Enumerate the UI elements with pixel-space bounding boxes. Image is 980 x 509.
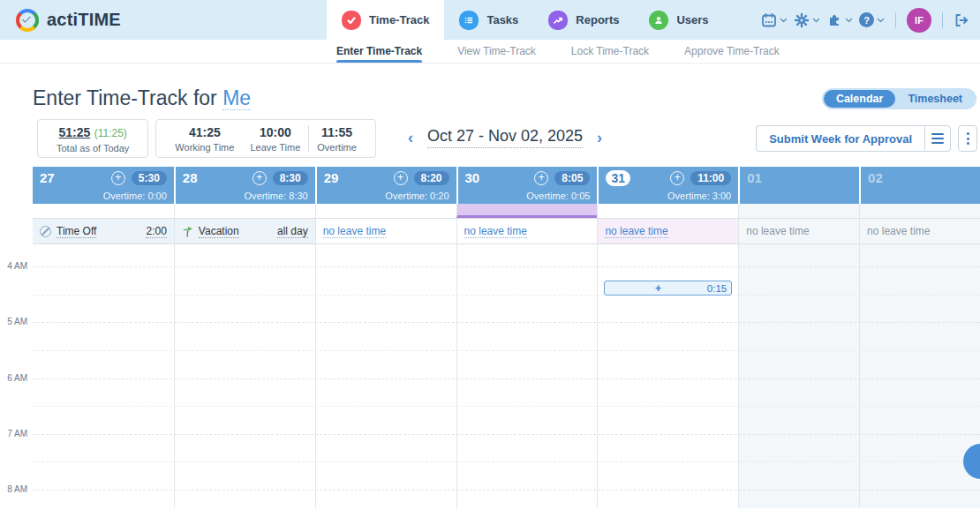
subnav-approve-time-track[interactable]: Approve Time-Track [684, 40, 780, 63]
gear-icon [794, 12, 810, 28]
overtime-label: Overtime: [245, 191, 287, 201]
leave-value-link[interactable]: all day [277, 225, 308, 238]
tab-reports[interactable]: Reports [533, 0, 634, 40]
day-body[interactable] [33, 244, 174, 508]
leave-row-highlighted: no leave time [597, 218, 738, 244]
day-column-01: 01 no leave time [738, 167, 859, 508]
leave-value-link[interactable]: 2:00 [146, 225, 166, 238]
entry-duration: 0:15 [707, 283, 727, 294]
leave-row: no leave time [456, 218, 598, 244]
app-window: actiTIME Time-Track Tasks Reports [0, 0, 980, 509]
main-nav: Time-Track Tasks Reports Users [327, 0, 724, 40]
day-column-28: 28 + 8:30 Overtime: 8:30 Vacation all da… [174, 167, 315, 508]
subnav-lock-time-track[interactable]: Lock Time-Track [571, 40, 649, 63]
settings-menu-button[interactable] [794, 12, 820, 28]
tab-users[interactable]: Users [634, 0, 723, 40]
day-number: 02 [868, 170, 883, 185]
toolbar-divider [942, 12, 943, 28]
day-body[interactable]: + 0:15 [597, 244, 738, 508]
time-entry-block[interactable]: + 0:15 [604, 281, 732, 296]
leave-type-link[interactable]: Time Off [57, 225, 96, 238]
leave-time-value: 10:00 [250, 125, 300, 139]
add-time-icon[interactable]: + [534, 171, 548, 185]
tab-tasks[interactable]: Tasks [444, 0, 533, 40]
day-body[interactable] [738, 244, 859, 508]
calendar-week-view: 4 AM 5 AM 6 AM 7 AM 8 AM 27 + 5:30 Overt… [0, 167, 980, 508]
help-menu-button[interactable]: ? [859, 12, 885, 27]
palm-tree-icon [182, 226, 193, 237]
allday-band [33, 204, 174, 218]
allday-event-band[interactable] [456, 204, 598, 218]
day-total-badge[interactable]: 8:30 [273, 171, 308, 185]
day-total-badge[interactable]: 8:05 [554, 171, 590, 185]
sub-nav: Enter Time-Track View Time-Track Lock Ti… [0, 40, 980, 64]
task-list-icon [459, 11, 479, 30]
person-selector-link[interactable]: Me [222, 86, 251, 110]
no-leave-time-link[interactable]: no leave time [323, 225, 386, 238]
view-toggle: Calendar Timesheet [822, 88, 976, 109]
leave-row: no leave time [859, 218, 980, 244]
add-time-icon[interactable]: + [394, 171, 408, 185]
day-body[interactable] [456, 244, 598, 508]
calendar-menu-button[interactable] [761, 12, 788, 28]
logout-button[interactable] [954, 12, 969, 28]
next-week-button[interactable]: › [597, 130, 602, 146]
tab-time-track[interactable]: Time-Track [327, 0, 444, 40]
time-axis: 4 AM 5 AM 6 AM 7 AM 8 AM [0, 167, 33, 508]
overtime-value: 0:20 [430, 191, 449, 201]
add-time-icon[interactable]: + [111, 171, 125, 185]
prev-week-button[interactable]: ‹ [408, 130, 413, 146]
day-total-badge[interactable]: 11:00 [690, 171, 731, 185]
day-header: 28 + 8:30 Overtime: 8:30 [174, 167, 315, 204]
overtime-label: Overtime [317, 142, 357, 153]
summary-panel: 51:25 (11:25) Total as of Today 41:25 Wo… [37, 119, 376, 158]
week-actions: Submit Week for Approval [756, 125, 977, 152]
avatar[interactable]: IF [907, 8, 931, 33]
day-body[interactable] [859, 244, 980, 508]
subnav-enter-time-track[interactable]: Enter Time-Track [336, 40, 422, 63]
time-off-icon [40, 226, 51, 237]
working-time-value: 41:25 [175, 125, 234, 139]
day-body[interactable] [315, 244, 456, 508]
total-value[interactable]: 51:25 [58, 125, 90, 139]
hour-label: 7 AM [1, 429, 27, 438]
chevron-down-icon [812, 18, 820, 23]
overtime-value: 0:00 [147, 191, 166, 201]
add-icon: + [609, 283, 706, 294]
hour-label: 6 AM [1, 373, 27, 383]
logout-icon [954, 12, 969, 28]
week-range[interactable]: Oct 27 - Nov 02, 2025 [427, 127, 583, 148]
subnav-view-time-track[interactable]: View Time-Track [457, 40, 536, 63]
no-leave-time-text: no leave time [867, 225, 930, 237]
day-body[interactable] [174, 244, 315, 508]
integrations-menu-button[interactable] [826, 12, 853, 28]
toggle-calendar[interactable]: Calendar [824, 90, 896, 108]
day-total-badge[interactable]: 5:30 [132, 171, 167, 185]
submit-week-button[interactable]: Submit Week for Approval [756, 125, 924, 152]
tab-label: Users [676, 13, 708, 26]
hour-label: 8 AM [1, 484, 27, 494]
day-column-29: 29 + 8:20 Overtime: 0:20 no leave time [315, 167, 456, 508]
overtime-label: Overtime: [667, 191, 710, 201]
toggle-timesheet[interactable]: Timesheet [895, 90, 975, 108]
add-time-icon[interactable]: + [670, 171, 684, 185]
allday-band [174, 204, 315, 218]
overtime-value: 0:05 [571, 191, 590, 201]
day-number: 01 [747, 170, 762, 185]
day-total-badge[interactable]: 8:20 [414, 171, 449, 185]
page-title-text: Enter Time-Track for [33, 86, 217, 109]
total-box: 51:25 (11:25) Total as of Today [37, 119, 148, 158]
logo[interactable]: actiTIME [16, 0, 121, 40]
add-time-icon[interactable]: + [253, 171, 267, 185]
day-column-27: 27 + 5:30 Overtime: 0:00 Time Off 2:00 [33, 167, 174, 508]
overtime-label: Overtime: [526, 191, 569, 201]
leave-time-label: Leave Time [250, 142, 300, 153]
leave-type-link[interactable]: Vacation [199, 225, 239, 238]
week-menu-button[interactable] [924, 125, 951, 152]
no-leave-time-link[interactable]: no leave time [464, 225, 527, 238]
allday-band [597, 204, 738, 218]
more-options-button[interactable] [958, 125, 977, 152]
day-header: 01 [738, 167, 859, 204]
top-bar: actiTIME Time-Track Tasks Reports [0, 0, 980, 40]
no-leave-time-link[interactable]: no leave time [605, 225, 667, 238]
